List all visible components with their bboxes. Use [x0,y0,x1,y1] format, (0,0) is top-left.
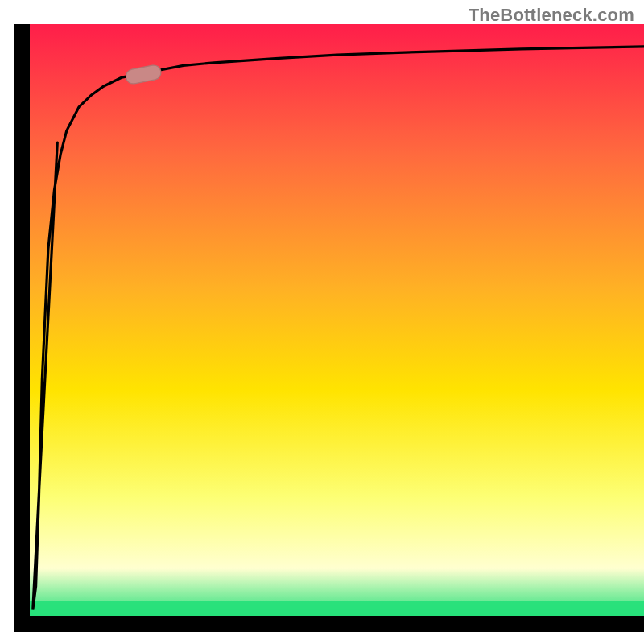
gradient-background [30,24,644,616]
green-band [30,601,644,616]
chart-svg [0,0,644,644]
chart-stage: TheBottleneck.com [0,0,644,644]
y-axis [14,24,30,620]
x-axis [14,616,644,632]
watermark-text: TheBottleneck.com [469,5,634,26]
